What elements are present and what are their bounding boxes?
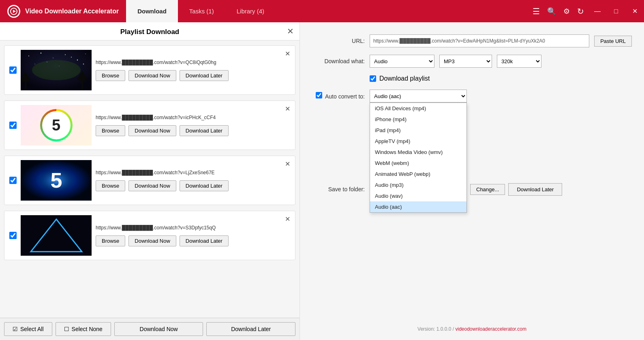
item-3-browse-button[interactable]: Browse xyxy=(96,180,125,191)
svg-point-6 xyxy=(65,54,66,55)
dropdown-option-wmv[interactable]: Windows Media Video (wmv) xyxy=(370,147,466,158)
item-2-download-now-button[interactable]: Download Now xyxy=(128,125,176,136)
item-4-download-later-button[interactable]: Download Later xyxy=(180,235,229,246)
right-panel: URL: Paste URL Download what: Audio MP3 … xyxy=(300,22,644,340)
item-4-browse-button[interactable]: Browse xyxy=(96,235,125,246)
version-bar: Version: 1.0.0.0 / videodownloaderaccele… xyxy=(312,326,632,332)
item-2-thumbnail: 5 xyxy=(21,105,92,145)
quality-select[interactable]: 320k xyxy=(497,55,541,68)
menu-icon[interactable]: ☰ xyxy=(533,6,540,16)
save-download-later-button[interactable]: Download Later xyxy=(508,183,562,196)
svg-point-3 xyxy=(28,56,29,56)
svg-marker-1 xyxy=(13,10,16,13)
playlist-item: https://www.█████████.com/watch?v=S3Dpfy… xyxy=(4,211,295,260)
app-logo: Video Downloader Accelerator xyxy=(0,0,126,22)
auto-convert-checkbox[interactable] xyxy=(316,92,322,98)
url-input[interactable] xyxy=(370,34,589,47)
audio-type-select[interactable]: Audio xyxy=(370,55,434,68)
playlist-list[interactable]: https://www.█████████.com/watch?v=QC8iQq… xyxy=(0,41,300,318)
search-icon[interactable]: 🔍 xyxy=(547,7,556,16)
item-3-checkbox[interactable] xyxy=(9,177,17,184)
format-select[interactable]: MP3 xyxy=(439,55,492,68)
item-3-remove-button[interactable]: ✕ xyxy=(285,160,290,168)
item-1-checkbox[interactable] xyxy=(9,66,17,74)
tab-download[interactable]: Download xyxy=(126,0,178,22)
item-4-buttons: Browse Download Now Download Later xyxy=(96,235,290,246)
item-2-browse-button[interactable]: Browse xyxy=(96,125,125,136)
select-all-check-icon: ☑ xyxy=(13,326,18,332)
item-4-thumbnail xyxy=(21,215,92,256)
thumb-2-ring: 5 xyxy=(40,109,73,141)
footer-download-now-button[interactable]: Download Now xyxy=(114,322,203,336)
dropdown-option-webp[interactable]: Animated WebP (webp) xyxy=(370,169,466,180)
auto-convert-select[interactable]: Audio (aac) xyxy=(370,90,467,103)
svg-point-5 xyxy=(53,58,53,58)
auto-convert-dropdown-container: Audio (aac) iOS All Devices (mp4) iPhone… xyxy=(370,90,467,103)
auto-convert-row: Auto convert to: Audio (aac) iOS All Dev… xyxy=(312,90,632,103)
item-2-url: https://www.█████████.com/watch?v=icPHcK… xyxy=(96,115,290,120)
settings-icon[interactable]: ⚙ xyxy=(563,7,570,16)
dropdown-option-appletv[interactable]: AppleTV (mp4) xyxy=(370,136,466,147)
select-all-button[interactable]: ☑ Select All xyxy=(4,322,52,336)
item-1-browse-button[interactable]: Browse xyxy=(96,70,125,81)
download-what-row: Download what: Audio MP3 320k xyxy=(312,55,632,68)
change-folder-button[interactable]: Change... xyxy=(470,184,505,195)
save-to-label: Save to folder: xyxy=(312,186,365,192)
dropdown-option-iphone[interactable]: iPhone (mp4) xyxy=(370,114,466,125)
dropdown-option-ios[interactable]: iOS All Devices (mp4) xyxy=(370,103,466,114)
svg-point-14 xyxy=(32,60,81,80)
dropdown-option-wav[interactable]: Audio (wav) xyxy=(370,190,466,201)
maximize-button[interactable]: □ xyxy=(607,0,625,22)
window-controls: — □ ✕ xyxy=(588,0,644,22)
dropdown-option-mp3[interactable]: Audio (mp3) xyxy=(370,180,466,190)
logo-icon xyxy=(7,5,20,18)
playlist-title: Playlist Download xyxy=(0,22,300,41)
item-2-remove-button[interactable]: ✕ xyxy=(285,105,290,113)
version-link[interactable]: videodownloaderaccelerator.com xyxy=(455,326,526,332)
url-row: URL: Paste URL xyxy=(312,34,632,47)
dropdown-option-webm[interactable]: WebM (webm) xyxy=(370,158,466,169)
item-4-details: https://www.█████████.com/watch?v=S3Dpfy… xyxy=(96,225,290,246)
item-1-download-now-button[interactable]: Download Now xyxy=(128,70,176,81)
playlist-checkbox-row: Download playlist xyxy=(312,75,632,82)
playlist-footer: ☑ Select All ☐ Select None Download Now … xyxy=(0,318,300,340)
tab-library[interactable]: Library (4) xyxy=(225,0,276,22)
item-2-checkbox[interactable] xyxy=(9,122,17,129)
minimize-button[interactable]: — xyxy=(588,0,607,22)
download-playlist-checkbox-group: Download playlist xyxy=(370,75,430,82)
dropdown-option-ipad[interactable]: iPad (mp4) xyxy=(370,125,466,136)
dropdown-option-aac[interactable]: Audio (aac) xyxy=(370,201,466,212)
playlist-item: 5 https://www.█████████.com/watch?v=LjZx… xyxy=(4,156,295,205)
select-none-button[interactable]: ☐ Select None xyxy=(56,322,111,336)
download-playlist-checkbox[interactable] xyxy=(370,75,376,82)
url-label: URL: xyxy=(312,38,365,44)
footer-download-later-button[interactable]: Download Later xyxy=(206,322,295,336)
close-button[interactable]: ✕ xyxy=(625,0,644,22)
svg-point-8 xyxy=(85,53,86,54)
item-2-download-later-button[interactable]: Download Later xyxy=(180,125,229,136)
item-1-remove-button[interactable]: ✕ xyxy=(285,50,290,58)
item-4-remove-button[interactable]: ✕ xyxy=(285,215,290,223)
item-3-url: https://www.█████████.com/watch?v=LjZxeS… xyxy=(96,170,290,175)
refresh-icon[interactable]: ↻ xyxy=(577,6,584,16)
svg-point-13 xyxy=(83,64,84,64)
auto-convert-dropdown-list: iOS All Devices (mp4) iPhone (mp4) iPad … xyxy=(370,103,467,213)
download-what-label: Download what: xyxy=(312,58,365,64)
item-3-download-now-button[interactable]: Download Now xyxy=(128,180,176,191)
thumb-1-image xyxy=(21,50,92,90)
modal-close-button[interactable]: ✕ xyxy=(287,26,294,36)
paste-url-button[interactable]: Paste URL xyxy=(594,36,632,47)
item-3-buttons: Browse Download Now Download Later xyxy=(96,180,290,191)
tab-tasks[interactable]: Tasks (1) xyxy=(178,0,225,22)
item-2-details: https://www.█████████.com/watch?v=icPHcK… xyxy=(96,115,290,136)
svg-text:5: 5 xyxy=(51,169,62,192)
titlebar-actions: ☰ 🔍 ⚙ ↻ xyxy=(528,6,588,16)
item-1-buttons: Browse Download Now Download Later xyxy=(96,70,290,81)
thumb-2-number: 5 xyxy=(42,111,71,139)
item-2-buttons: Browse Download Now Download Later xyxy=(96,125,290,136)
svg-point-4 xyxy=(41,53,41,53)
item-4-checkbox[interactable] xyxy=(9,232,17,239)
item-1-download-later-button[interactable]: Download Later xyxy=(180,70,229,81)
item-3-download-later-button[interactable]: Download Later xyxy=(180,180,229,191)
item-4-download-now-button[interactable]: Download Now xyxy=(128,235,176,246)
